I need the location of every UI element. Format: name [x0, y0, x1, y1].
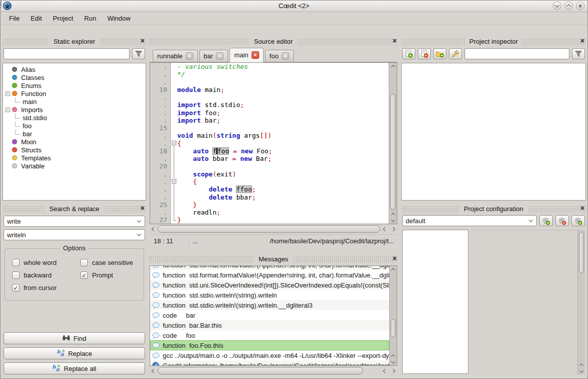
configuration-combo[interactable]: default	[402, 215, 537, 226]
scroll-down-icon[interactable]	[578, 368, 585, 374]
scroll-left-icon[interactable]	[150, 367, 158, 374]
messages-vertical-scrollbar[interactable]	[389, 266, 397, 365]
code-line[interactable]: .void main(string args[])	[150, 132, 389, 139]
scroll-down-icon[interactable]	[390, 359, 397, 365]
message-row[interactable]: function std.stdio.writeln!(string).writ…	[150, 290, 389, 300]
menu-project[interactable]: Project	[47, 14, 78, 23]
tree-item-foo[interactable]: foo	[3, 122, 146, 130]
code-line[interactable]: . readln;	[150, 209, 389, 216]
scroll-left-icon[interactable]	[150, 225, 158, 233]
menu-run[interactable]: Run	[79, 14, 102, 23]
tree-item-main[interactable]: main	[3, 98, 146, 106]
checkbox-icon[interactable]	[12, 271, 20, 279]
project-settings-button[interactable]	[449, 48, 462, 59]
clone-configuration-button[interactable]	[571, 215, 585, 226]
code-area[interactable]: .- various switches.*/.10module main;..i…	[150, 63, 389, 224]
option-backward[interactable]: backward	[12, 271, 80, 279]
tree-item-function[interactable]: −Function	[3, 89, 146, 98]
close-button[interactable]: ×	[576, 2, 584, 10]
code-line[interactable]: 27}	[150, 216, 389, 224]
scroll-down-icon[interactable]	[389, 218, 397, 224]
add-folder-button[interactable]	[433, 48, 446, 59]
tree-item-bar[interactable]: bar	[3, 130, 146, 138]
symbol-filter-input[interactable]	[4, 48, 130, 59]
code-line[interactable]: 25 }	[150, 201, 389, 209]
tab-close-icon[interactable]: ×	[216, 52, 223, 60]
code-line[interactable]: . auto bbar = new Bar;	[150, 155, 389, 162]
replace-all-button[interactable]: ba Replace all	[4, 362, 145, 374]
checkbox-icon[interactable]: ✓	[12, 284, 20, 292]
message-row[interactable]: code bar	[150, 310, 389, 320]
minimize-button[interactable]	[553, 2, 561, 10]
code-line[interactable]: 20	[150, 162, 389, 170]
remove-configuration-button[interactable]	[555, 215, 569, 226]
search-term-combo[interactable]: write	[4, 216, 145, 227]
option-case-sensitive[interactable]: case sensitive	[80, 259, 144, 266]
tree-item-mixin[interactable]: Mixin	[3, 138, 146, 146]
add-source-button[interactable]	[402, 48, 415, 59]
tree-item-alias[interactable]: Alias	[3, 65, 146, 73]
editor-horizontal-scrollbar[interactable]	[150, 225, 397, 233]
scroll-right-icon[interactable]	[389, 367, 397, 374]
checkbox-icon[interactable]	[12, 259, 20, 266]
message-row[interactable]: iCoedit information: /home/basile/Dev/pa…	[150, 360, 389, 365]
close-panel-icon[interactable]: ×	[580, 37, 584, 45]
close-panel-icon[interactable]: ×	[393, 255, 397, 262]
menu-file[interactable]: File	[4, 14, 25, 23]
tree-item-classes[interactable]: Classes	[3, 73, 146, 81]
message-row[interactable]: function std.format.formatValue!(Appende…	[150, 266, 389, 270]
checkbox-icon[interactable]	[80, 259, 88, 266]
option-whole-word[interactable]: whole word	[12, 259, 80, 266]
tab-close-icon[interactable]: ×	[186, 52, 193, 60]
scroll-left-icon[interactable]	[381, 225, 389, 233]
code-line[interactable]: .- various switches	[150, 63, 389, 70]
grid-vertical-scrollbar[interactable]	[577, 230, 585, 374]
scroll-left-icon[interactable]	[381, 367, 389, 374]
message-row[interactable]: function std.uni.SliceOverIndexed!(int[]…	[150, 280, 389, 290]
code-line[interactable]: 15	[150, 124, 389, 132]
code-line[interactable]: .	[150, 93, 389, 101]
tab-close-icon[interactable]: ×	[282, 52, 289, 60]
code-line[interactable]: 18 auto ffoo = new Foo;	[150, 147, 389, 155]
code-line[interactable]: . {	[150, 178, 389, 185]
checkbox-icon[interactable]: ✓	[80, 271, 88, 279]
menu-window[interactable]: Window	[102, 14, 136, 23]
scroll-up-icon[interactable]	[390, 266, 397, 273]
message-row[interactable]: function std.format.formatValue!(Appende…	[150, 270, 389, 280]
tree-item-enums[interactable]: Enums	[3, 81, 146, 89]
close-panel-icon[interactable]: ×	[580, 205, 584, 212]
replace-term-combo[interactable]: writeln	[4, 229, 145, 240]
code-line[interactable]: .import foo;	[150, 109, 389, 117]
message-row[interactable]: function foo.Foo.this	[150, 340, 389, 350]
maximize-button[interactable]	[564, 2, 573, 10]
tree-item-structs[interactable]: Structs	[3, 146, 146, 154]
fold-marker-icon[interactable]	[171, 178, 177, 185]
scroll-up-icon[interactable]	[578, 361, 585, 368]
code-line[interactable]: .import bar;	[150, 117, 389, 124]
tab-runnable[interactable]: runnable×	[153, 50, 198, 62]
messages-horizontal-scrollbar[interactable]	[150, 367, 397, 374]
code-line[interactable]: .*/	[150, 70, 389, 78]
remove-source-button[interactable]	[418, 48, 431, 59]
option-prompt[interactable]: ✓Prompt	[80, 271, 144, 279]
tree-item-variable[interactable]: Variable	[3, 162, 146, 170]
tab-main[interactable]: main×	[229, 48, 263, 62]
fold-marker-icon[interactable]	[171, 140, 177, 147]
code-line[interactable]: . scope(exit)	[150, 170, 389, 178]
menu-edit[interactable]: Edit	[25, 14, 47, 23]
collapse-icon[interactable]: −	[6, 91, 10, 96]
scroll-up-icon[interactable]	[389, 63, 397, 70]
option-from-cursor[interactable]: ✓from cursor	[12, 284, 80, 292]
filter-icon[interactable]	[132, 48, 145, 59]
tree-item-imports[interactable]: −Imports	[3, 106, 146, 114]
message-row[interactable]: gcc ../output/main.o -o ../output/main.e…	[150, 350, 389, 360]
find-button[interactable]: Find	[4, 332, 145, 344]
scroll-up-icon[interactable]	[389, 211, 397, 218]
message-row[interactable]: function bar.Bar.this	[150, 320, 389, 330]
message-row[interactable]: function std.stdio.writeln!(string).writ…	[150, 300, 389, 310]
message-row[interactable]: code foo	[150, 330, 389, 340]
code-line[interactable]: . delete bbar;	[150, 194, 389, 201]
tab-foo[interactable]: foo×	[265, 50, 294, 62]
scroll-right-icon[interactable]	[389, 225, 397, 233]
code-line[interactable]: .import std.stdio;	[150, 101, 389, 109]
